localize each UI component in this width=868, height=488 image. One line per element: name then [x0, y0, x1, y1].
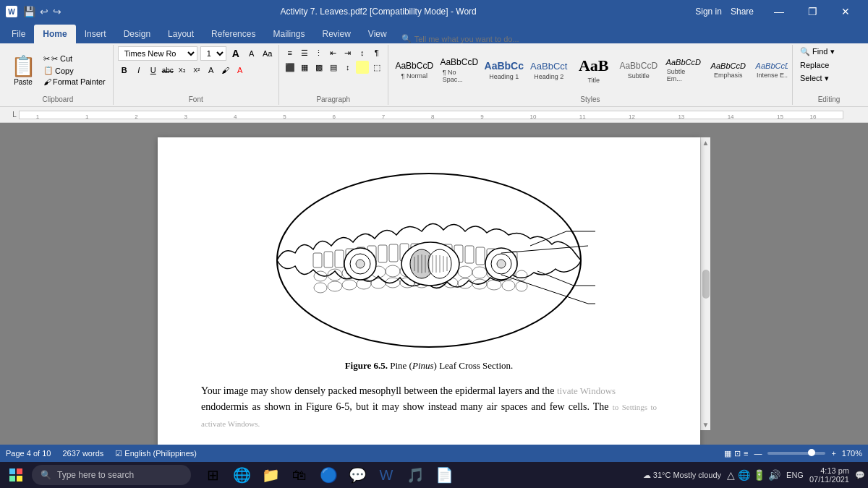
find-button[interactable]: 🔍 Find ▾: [797, 46, 838, 57]
bullets-button[interactable]: ≡: [284, 46, 297, 59]
style-subtitle[interactable]: AaBbCcD Subtitle: [617, 47, 660, 93]
highlight-button[interactable]: 🖌: [219, 64, 232, 77]
sound-icon[interactable]: 🔊: [768, 469, 780, 481]
zoom-plus[interactable]: +: [831, 449, 835, 458]
print-layout-icon[interactable]: ▦: [724, 449, 731, 458]
search-icon: 🔍: [41, 470, 51, 480]
scroll-down-button[interactable]: ▼: [702, 421, 710, 429]
font-color2-button[interactable]: A: [234, 64, 247, 77]
font-color-button[interactable]: A: [205, 64, 218, 77]
multilevel-button[interactable]: ⋮: [312, 46, 326, 59]
undo-icon[interactable]: ↩: [40, 6, 48, 17]
notification-button[interactable]: 💬: [855, 471, 865, 480]
increase-indent-button[interactable]: ⇥: [341, 46, 354, 59]
body-text[interactable]: Your image may show densely packed mesop…: [201, 383, 657, 432]
svg-text:8: 8: [431, 114, 435, 120]
signin-button[interactable]: Sign in: [695, 7, 722, 17]
tab-layout[interactable]: Layout: [159, 25, 203, 43]
shading-button[interactable]: [356, 61, 369, 74]
close-button[interactable]: ✕: [829, 0, 862, 23]
superscript-button[interactable]: X²: [190, 64, 203, 77]
style-normal[interactable]: AaBbCcD ¶ Normal: [393, 47, 436, 93]
show-marks-button[interactable]: ¶: [370, 46, 383, 59]
tab-home[interactable]: Home: [34, 25, 75, 43]
style-title[interactable]: AaB Title: [572, 47, 616, 93]
teams-app[interactable]: 💬: [344, 463, 370, 487]
clear-format-button[interactable]: Aa: [261, 47, 274, 60]
style-no-spacing[interactable]: AaBbCcD ¶ No Spac...: [438, 47, 481, 93]
numbering-button[interactable]: ☰: [298, 46, 311, 59]
window-title: Activity 7. Leaves.pdf2 [Compatibility M…: [61, 7, 695, 17]
pdf-app[interactable]: 📄: [431, 463, 457, 487]
save-icon[interactable]: 💾: [23, 6, 35, 17]
decrease-indent-button[interactable]: ⇤: [327, 46, 340, 59]
minimize-button[interactable]: —: [762, 0, 796, 23]
underline-button[interactable]: U: [147, 64, 160, 77]
read-mode-icon[interactable]: ≡: [744, 449, 748, 458]
restore-button[interactable]: ❐: [796, 0, 829, 23]
ribbon-search-input[interactable]: [412, 35, 542, 43]
tab-design[interactable]: Design: [115, 25, 159, 43]
taskbar-search[interactable]: 🔍 Type here to search: [32, 465, 191, 485]
weather-info: ☁ 31°C Mostly cloudy: [643, 471, 721, 480]
edge-app[interactable]: 🌐: [229, 463, 255, 487]
bold-button[interactable]: B: [118, 64, 131, 77]
web-layout-icon[interactable]: ⊡: [734, 449, 741, 458]
notifications-icon[interactable]: △: [727, 469, 735, 481]
subscript-button[interactable]: X₂: [176, 64, 189, 77]
replace-button[interactable]: Replace: [797, 60, 832, 70]
style-subtle-em[interactable]: AaBbCcD Subtle Em...: [662, 47, 705, 93]
tab-mailings[interactable]: Mailings: [264, 25, 313, 43]
share-button[interactable]: Share: [731, 7, 754, 17]
store-app[interactable]: 🛍: [286, 463, 312, 487]
decrease-font-button[interactable]: A: [245, 47, 258, 60]
battery-icon[interactable]: 🔋: [753, 469, 765, 481]
borders-button[interactable]: ⬚: [370, 61, 383, 74]
file-explorer-app[interactable]: 📁: [258, 463, 284, 487]
chrome-app[interactable]: 🔵: [315, 463, 341, 487]
line-spacing-button[interactable]: ↕: [341, 61, 354, 74]
font-size-select[interactable]: 10: [200, 46, 226, 61]
zoom-slider[interactable]: [767, 452, 825, 455]
format-painter-button[interactable]: 🖌 Format Painter: [41, 77, 109, 87]
style-intense-em[interactable]: AaBbCcD Intense E...: [752, 47, 788, 93]
task-view-button[interactable]: ⊞: [200, 463, 226, 487]
font-family-select[interactable]: Times New Ro: [118, 46, 197, 61]
document-page[interactable]: Figure 6.5. Pine (Pinus) Leaf Cross Sect…: [158, 137, 700, 445]
style-heading2[interactable]: AaBbCct Heading 2: [527, 47, 571, 93]
paste-label: Paste: [14, 78, 33, 86]
copy-button[interactable]: 📋 Copy: [41, 65, 109, 76]
paste-button[interactable]: 📋 Paste: [7, 48, 39, 92]
increase-font-button[interactable]: A: [229, 47, 242, 60]
paragraph-group: ≡ ☰ ⋮ ⇤ ⇥ ↕ ¶ ⬛ ▦ ▩ ▤ ↕ ⬚ Paragraph: [279, 45, 388, 105]
start-button[interactable]: [3, 463, 29, 487]
scroll-thumb[interactable]: [702, 270, 710, 299]
scrollbar[interactable]: ▲ ▼: [700, 137, 710, 430]
tab-insert[interactable]: Insert: [76, 25, 115, 43]
strikethrough-button[interactable]: abc: [161, 64, 174, 77]
italic-button[interactable]: I: [132, 64, 145, 77]
redo-icon[interactable]: ↪: [53, 6, 61, 17]
quick-save[interactable]: 💾 ↩ ↪: [23, 6, 61, 17]
tab-references[interactable]: References: [203, 25, 264, 43]
cut-button[interactable]: ✂ ✂ Cut: [41, 53, 109, 64]
sort-button[interactable]: ↕: [356, 46, 369, 59]
taskbar-right: ☁ 31°C Mostly cloudy △ 🌐 🔋 🔊 ENG 4:13 pm…: [643, 466, 865, 484]
search-text: Type here to search: [57, 470, 134, 480]
style-heading1[interactable]: AaBbCc Heading 1: [482, 47, 526, 93]
justify-button[interactable]: ▤: [327, 61, 340, 74]
align-right-button[interactable]: ▩: [312, 61, 326, 74]
tab-view[interactable]: View: [359, 25, 396, 43]
editing-group: 🔍 Find ▾ Replace Select ▾ Editing: [793, 45, 865, 105]
copy-icon: 📋: [43, 66, 54, 75]
align-center-button[interactable]: ▦: [298, 61, 311, 74]
spotify-app[interactable]: 🎵: [402, 463, 428, 487]
style-emphasis[interactable]: AaBbCcD Emphasis: [707, 47, 750, 93]
word-app[interactable]: W: [373, 463, 399, 487]
select-button[interactable]: Select ▾: [797, 73, 832, 84]
tab-file[interactable]: File: [3, 25, 34, 43]
scroll-up-button[interactable]: ▲: [702, 139, 710, 147]
align-left-button[interactable]: ⬛: [284, 61, 297, 74]
network-icon[interactable]: 🌐: [738, 469, 750, 481]
tab-review[interactable]: Review: [313, 25, 359, 43]
